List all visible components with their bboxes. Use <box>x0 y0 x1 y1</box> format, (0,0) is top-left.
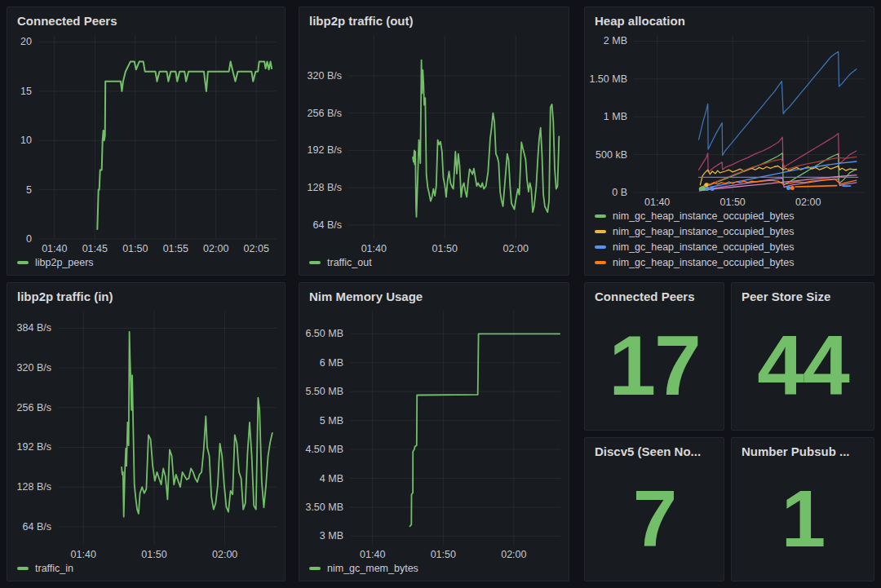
svg-text:15: 15 <box>20 86 32 97</box>
legend: traffic_out <box>299 255 569 275</box>
legend-item-heap-blue[interactable]: nim_gc_heap_instance_occupied_bytes <box>595 241 866 253</box>
series-color-pill <box>309 261 321 264</box>
stat-value: 7 <box>585 438 724 581</box>
svg-text:01:50: 01:50 <box>720 197 746 208</box>
stat-connected-peers: Connected Peers 17 <box>584 282 724 431</box>
svg-text:02:00: 02:00 <box>212 549 237 560</box>
svg-text:4.50 MB: 4.50 MB <box>305 444 343 455</box>
stat-discv5-seen-nodes: Discv5 (Seen No... 7 <box>584 437 724 581</box>
svg-text:192 B/s: 192 B/s <box>308 144 342 156</box>
panel-title[interactable]: libp2p traffic (out) <box>299 7 569 30</box>
series-color-pill <box>17 567 29 570</box>
legend-item-traffic-out[interactable]: traffic_out <box>309 257 560 268</box>
panel-libp2p-traffic-in: libp2p traffic (in) 01:4001:5002:0064 B/… <box>7 282 286 581</box>
svg-text:2 MB: 2 MB <box>604 35 627 46</box>
legend-item-heap-yellow[interactable]: nim_gc_heap_instance_occupied_bytes <box>595 226 866 237</box>
svg-text:4 MB: 4 MB <box>320 473 343 484</box>
svg-text:01:40: 01:40 <box>361 243 387 254</box>
svg-text:10: 10 <box>20 135 32 146</box>
svg-text:500 kB: 500 kB <box>595 149 627 161</box>
svg-text:01:55: 01:55 <box>163 243 188 254</box>
legend: traffic_in <box>7 561 285 581</box>
series-color-pill <box>309 567 321 570</box>
series-color-pill <box>595 245 606 249</box>
panel-title[interactable]: Heap allocation <box>585 7 874 30</box>
legend: libp2p_peers <box>7 255 285 275</box>
svg-text:01:40: 01:40 <box>644 197 670 208</box>
svg-text:01:50: 01:50 <box>122 243 148 254</box>
stat-value: 1 <box>732 438 874 581</box>
panel-title[interactable]: Nim Memory Usage <box>299 283 569 306</box>
svg-text:0 B: 0 B <box>612 187 627 198</box>
svg-text:0: 0 <box>26 233 32 245</box>
svg-text:01:40: 01:40 <box>360 549 385 560</box>
svg-text:3.50 MB: 3.50 MB <box>305 502 343 513</box>
svg-text:256 B/s: 256 B/s <box>308 108 342 119</box>
legend-label: traffic_in <box>35 563 73 574</box>
svg-text:01:50: 01:50 <box>141 549 166 560</box>
svg-text:128 B/s: 128 B/s <box>308 182 342 193</box>
svg-text:01:50: 01:50 <box>432 243 458 254</box>
traffic-in-chart[interactable]: 01:4001:5002:0064 B/s128 B/s192 B/s256 B… <box>7 306 285 561</box>
legend-label: libp2p_peers <box>35 257 94 268</box>
svg-text:1.50 MB: 1.50 MB <box>589 73 627 85</box>
legend: nim_gc_mem_bytes <box>299 561 569 581</box>
traffic-out-chart[interactable]: 01:4001:5002:0064 B/s128 B/s192 B/s256 B… <box>299 30 569 255</box>
grafana-dashboard: { "theme": { "page_bg": "#111217", "pane… <box>0 0 881 588</box>
svg-text:6.50 MB: 6.50 MB <box>305 328 343 339</box>
stat-value: 17 <box>585 283 724 430</box>
panel-libp2p-traffic-out: libp2p traffic (out) 01:4001:5002:0064 B… <box>299 7 569 276</box>
legend-label: nim_gc_heap_instance_occupied_bytes <box>613 226 794 237</box>
svg-text:384 B/s: 384 B/s <box>17 322 51 334</box>
svg-text:02:00: 02:00 <box>501 549 526 560</box>
svg-text:64 B/s: 64 B/s <box>313 219 342 231</box>
svg-text:5: 5 <box>26 184 32 196</box>
svg-text:6 MB: 6 MB <box>320 357 343 369</box>
legend-item-heap-green[interactable]: nim_gc_heap_instance_occupied_bytes <box>595 210 866 222</box>
panel-heap-allocation: Heap allocation 01:4001:5002:000 B500 kB… <box>584 7 874 276</box>
svg-text:256 B/s: 256 B/s <box>17 402 51 413</box>
heap-allocation-chart[interactable]: 01:4001:5002:000 B500 kB1 MB1.50 MB2 MB <box>585 30 874 209</box>
legend-item-libp2p-peers[interactable]: libp2p_peers <box>17 257 277 268</box>
legend-label: nim_gc_heap_instance_occupied_bytes <box>613 210 794 222</box>
nim-memory-chart[interactable]: 01:4001:5002:003 MB3.50 MB4 MB4.50 MB5 M… <box>299 306 569 561</box>
panel-connected-peers-graph: Connected Peers 01:4001:4501:5001:5502:0… <box>7 7 286 276</box>
svg-text:01:45: 01:45 <box>82 243 108 254</box>
svg-text:320 B/s: 320 B/s <box>308 70 342 82</box>
legend-label: nim_gc_mem_bytes <box>327 563 418 574</box>
svg-text:192 B/s: 192 B/s <box>17 441 51 453</box>
legend-label: nim_gc_heap_instance_occupied_bytes <box>613 241 794 253</box>
svg-text:5 MB: 5 MB <box>320 415 343 427</box>
legend-label: nim_gc_heap_instance_occupied_bytes <box>613 257 794 268</box>
svg-text:01:50: 01:50 <box>431 549 456 560</box>
series-color-pill <box>17 261 29 264</box>
legend-item-nim-gc-mem-bytes[interactable]: nim_gc_mem_bytes <box>309 563 560 574</box>
stat-peer-store-size: Peer Store Size 44 <box>731 282 874 431</box>
svg-text:02:05: 02:05 <box>244 243 269 254</box>
svg-text:320 B/s: 320 B/s <box>17 362 51 374</box>
stat-value: 44 <box>732 283 874 430</box>
series-color-pill <box>595 214 606 218</box>
legend-label: traffic_out <box>327 257 372 268</box>
svg-text:5.50 MB: 5.50 MB <box>305 386 343 397</box>
stat-number-pubsub-topics: Number Pubsub ... 1 <box>731 437 874 581</box>
panel-title[interactable]: Connected Peers <box>7 7 285 30</box>
svg-text:3 MB: 3 MB <box>320 530 343 542</box>
panel-nim-memory-usage: Nim Memory Usage 01:4001:5002:003 MB3.50… <box>299 282 569 581</box>
svg-text:01:40: 01:40 <box>71 549 96 560</box>
svg-text:1 MB: 1 MB <box>604 111 627 122</box>
svg-text:02:00: 02:00 <box>503 243 529 254</box>
svg-text:64 B/s: 64 B/s <box>23 521 51 533</box>
connected-peers-chart[interactable]: 01:4001:4501:5001:5502:0002:0505101520 <box>7 30 285 255</box>
legend: nim_gc_heap_instance_occupied_bytes nim_… <box>585 209 874 275</box>
svg-text:02:00: 02:00 <box>795 197 821 208</box>
svg-text:01:40: 01:40 <box>42 243 67 254</box>
svg-text:02:00: 02:00 <box>203 243 228 254</box>
legend-item-heap-orange[interactable]: nim_gc_heap_instance_occupied_bytes <box>595 257 866 268</box>
svg-text:128 B/s: 128 B/s <box>17 481 51 493</box>
series-color-pill <box>595 230 606 233</box>
panel-title[interactable]: libp2p traffic (in) <box>7 283 285 306</box>
series-color-pill <box>595 261 606 264</box>
svg-text:20: 20 <box>20 36 32 47</box>
legend-item-traffic-in[interactable]: traffic_in <box>17 563 277 574</box>
